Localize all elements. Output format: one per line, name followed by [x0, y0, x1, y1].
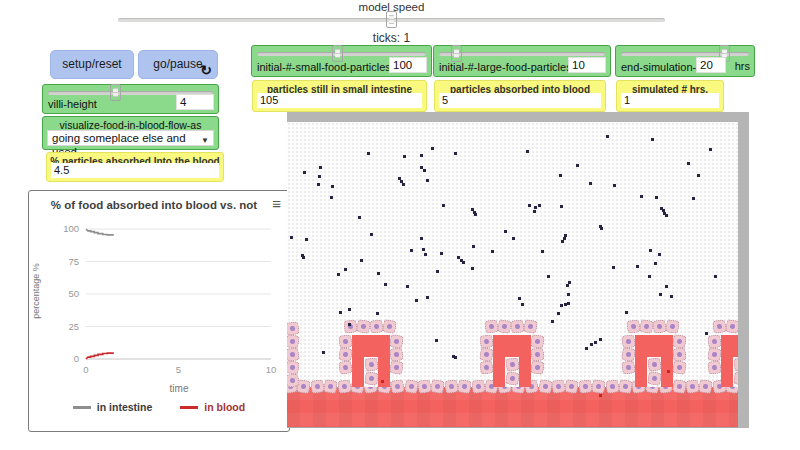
- end-simulation-units: hrs: [735, 60, 750, 72]
- model-speed-slider[interactable]: [118, 18, 665, 22]
- epithelial-cell: [417, 379, 432, 394]
- legend-label-blood: in blood: [204, 401, 245, 413]
- epithelial-cell: [497, 319, 512, 334]
- epithelial-cell: [523, 319, 538, 334]
- food-particle: [331, 185, 334, 188]
- villus: [287, 319, 300, 387]
- food-particle: [322, 351, 325, 354]
- food-particle: [692, 197, 695, 200]
- food-particle: [426, 296, 429, 299]
- go-pause-label: go/pause: [153, 57, 202, 71]
- visualize-chooser-select[interactable]: going someplace else and used ▼: [47, 130, 214, 146]
- food-particle: [290, 236, 293, 239]
- epithelial-cell: [707, 334, 722, 349]
- food-particle: [403, 155, 406, 158]
- food-particle: [625, 311, 628, 314]
- epithelial-cell: [389, 334, 404, 349]
- absorbed-count-monitor: particles absorbed into blood 5: [434, 80, 606, 112]
- end-simulation-value[interactable]: [696, 57, 726, 73]
- world-view-frame: [287, 112, 749, 428]
- food-particle: [566, 284, 569, 287]
- food-particle: [406, 285, 409, 288]
- large-food-value[interactable]: [568, 57, 606, 73]
- world-view[interactable]: [287, 122, 738, 428]
- epithelial-cell: [685, 379, 700, 394]
- food-particle: [560, 205, 563, 208]
- food-particle: [440, 252, 443, 255]
- food-particle: [376, 312, 379, 315]
- villi-height-handle[interactable]: [110, 84, 121, 101]
- epithelial-cell: [647, 357, 662, 372]
- food-particle: [454, 152, 457, 155]
- epithelial-cell: [626, 319, 641, 334]
- epithelial-cell: [712, 319, 727, 334]
- epithelial-cell: [672, 347, 687, 362]
- food-particle: [317, 183, 320, 186]
- food-particle: [521, 303, 524, 306]
- food-particle: [541, 250, 544, 253]
- villi-height-slider[interactable]: villi-height: [42, 84, 219, 114]
- food-particle: [557, 312, 560, 315]
- food-particle: [606, 135, 609, 138]
- small-food-value[interactable]: [389, 57, 427, 73]
- food-particle: [599, 338, 602, 341]
- epithelial-cell: [530, 347, 545, 362]
- end-simulation-slider[interactable]: end-simulation-at hrs: [615, 45, 755, 77]
- food-particle: [384, 283, 387, 286]
- go-pause-button[interactable]: go/pause ↻: [138, 50, 218, 79]
- large-food-handle[interactable]: [451, 45, 462, 62]
- food-particle: [563, 237, 566, 240]
- end-simulation-track[interactable]: [621, 52, 749, 56]
- epithelial-cell: [505, 357, 520, 372]
- food-particle: [526, 150, 529, 153]
- forever-icon: ↻: [200, 62, 212, 78]
- food-particle: [302, 256, 305, 259]
- visualize-chooser: visualize-food-in-blood-flow-as going so…: [42, 116, 219, 150]
- food-particle: [547, 275, 550, 278]
- epithelial-cell: [647, 371, 662, 386]
- epithelial-cell: [510, 319, 525, 334]
- absorbed-count-value: 5: [439, 93, 601, 108]
- intestine-count-value: 105: [257, 93, 422, 108]
- epithelial-cell: [652, 319, 667, 334]
- plot-menu-icon[interactable]: ≡: [272, 195, 281, 212]
- food-particle: [319, 166, 322, 169]
- small-food-handle[interactable]: [332, 45, 343, 62]
- epithelial-cell: [323, 379, 338, 394]
- epithelial-cell: [287, 360, 300, 375]
- epithelial-cell: [672, 360, 687, 375]
- food-particle: [655, 196, 658, 199]
- setup-reset-button[interactable]: setup/reset: [50, 50, 134, 79]
- ticks-counter: ticks: 1: [118, 31, 665, 45]
- food-particle: [612, 266, 615, 269]
- food-particle: [709, 148, 712, 151]
- epithelial-cell: [605, 379, 620, 394]
- large-food-slider[interactable]: initial-#-large-food-particles: [433, 45, 611, 77]
- food-particle: [330, 196, 333, 199]
- food-particle: [424, 253, 427, 256]
- small-food-track[interactable]: [257, 52, 426, 56]
- food-particle: [348, 323, 351, 326]
- food-particle: [358, 216, 361, 219]
- legend-item-intestine: in intestine: [73, 401, 152, 413]
- model-speed-handle[interactable]: [386, 11, 397, 28]
- food-particle: [665, 214, 668, 217]
- food-particle: [431, 147, 434, 150]
- food-particle: [687, 162, 690, 165]
- food-particle: [613, 184, 616, 187]
- large-food-track[interactable]: [439, 52, 605, 56]
- small-food-slider[interactable]: initial-#-small-food-particles: [251, 45, 432, 77]
- food-particle: [337, 273, 340, 276]
- food-particle: [423, 169, 426, 172]
- food-particle: [538, 204, 541, 207]
- plot-y-axis-label: percentage %: [31, 256, 41, 326]
- villus: [707, 319, 738, 387]
- epithelial-cell: [389, 360, 404, 375]
- food-particle: [303, 171, 306, 174]
- epithelial-cell: [356, 319, 371, 334]
- villi-height-value[interactable]: [176, 94, 214, 110]
- food-particle: [435, 339, 438, 342]
- epithelial-cell: [338, 334, 353, 349]
- food-particle: [410, 249, 413, 252]
- food-particle: [697, 174, 700, 177]
